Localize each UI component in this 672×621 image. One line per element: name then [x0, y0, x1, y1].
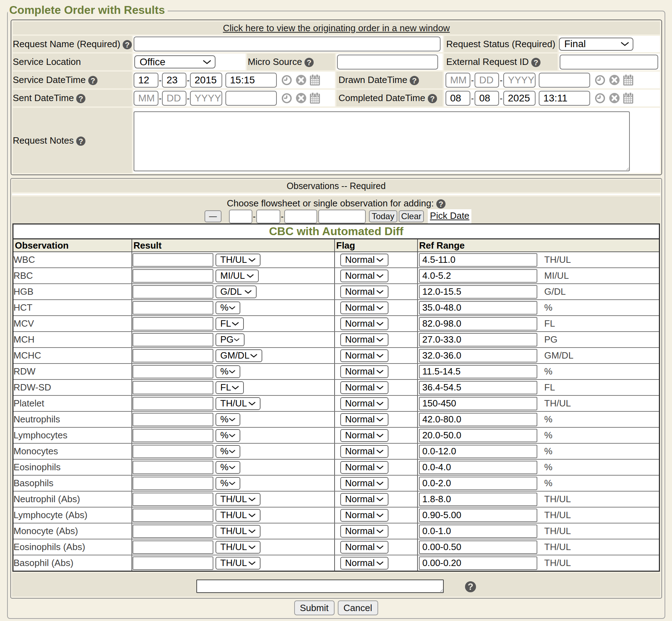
svg-text:?: ? — [438, 200, 443, 209]
svg-text:?: ? — [125, 40, 130, 49]
svg-text:?: ? — [307, 58, 311, 67]
svg-text:?: ? — [78, 137, 83, 145]
svg-text:?: ? — [430, 94, 435, 103]
svg-text:?: ? — [533, 58, 538, 67]
svg-text:?: ? — [90, 76, 95, 85]
svg-text:?: ? — [467, 581, 473, 592]
svg-text:?: ? — [79, 94, 83, 103]
svg-text:?: ? — [412, 76, 416, 85]
